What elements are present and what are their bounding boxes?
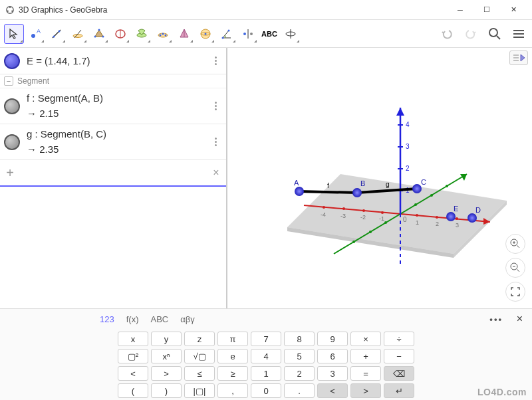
key-dot[interactable]: . — [284, 383, 315, 398]
row-menu-icon[interactable] — [209, 56, 222, 65]
polygon-tool[interactable] — [89, 24, 109, 44]
keyboard-more-button[interactable]: ••• — [489, 314, 503, 324]
segment-f-content: f : Segment(A, B) → 2.15 — [27, 91, 209, 121]
svg-point-14 — [94, 35, 96, 37]
key-z[interactable]: z — [184, 332, 215, 346]
plane-tool[interactable] — [153, 24, 173, 44]
minimize-button[interactable]: ─ — [447, 1, 473, 19]
svg-point-86 — [295, 187, 304, 196]
svg-point-50 — [362, 209, 365, 212]
key-equals[interactable]: = — [350, 366, 381, 381]
key-minus[interactable]: − — [384, 349, 414, 363]
key-5[interactable]: 5 — [284, 349, 315, 363]
key-plus[interactable]: + — [350, 349, 381, 363]
key-6[interactable]: 6 — [317, 349, 348, 363]
key-abs[interactable]: |▢| — [184, 383, 215, 398]
visibility-toggle[interactable] — [4, 98, 20, 114]
fullscreen-button[interactable] — [505, 282, 525, 302]
rotate-view-tool[interactable] — [281, 24, 301, 44]
algebra-input-row[interactable]: + × — [0, 160, 226, 187]
key-8[interactable]: 8 — [284, 332, 315, 346]
key-enter[interactable]: ↵ — [384, 383, 414, 398]
text-tool[interactable]: ABC — [259, 24, 279, 44]
close-window-button[interactable]: ✕ — [500, 1, 527, 19]
key-sqrt[interactable]: √▢ — [184, 349, 215, 363]
svg-point-69 — [446, 185, 448, 187]
zoom-in-button[interactable] — [505, 234, 525, 254]
tab-123[interactable]: 123 — [100, 314, 114, 324]
key-0[interactable]: 0 — [251, 383, 281, 398]
key-3[interactable]: 3 — [317, 366, 348, 381]
add-icon[interactable]: + — [0, 165, 20, 181]
algebra-row-segment-f[interactable]: f : Segment(A, B) → 2.15 — [0, 88, 226, 124]
key-le[interactable]: ≤ — [184, 366, 215, 381]
key-left[interactable]: < — [317, 383, 348, 398]
svg-line-35 — [497, 36, 500, 39]
point-tool[interactable]: A — [25, 24, 45, 44]
key-pi[interactable]: π — [217, 332, 248, 346]
svg-text:2: 2 — [406, 165, 410, 172]
3d-graphics-view[interactable]: -4 -3 -2 -1 1 2 3 1 2 3 4 0 f g — [227, 48, 532, 308]
svg-point-88 — [352, 188, 362, 197]
main-area: E = (1.44, 1.7) − Segment f : Segment(A,… — [0, 48, 532, 308]
angle-tool[interactable] — [217, 24, 237, 44]
clear-input-icon[interactable]: × — [206, 167, 226, 179]
sphere-tool[interactable] — [196, 24, 215, 44]
maximize-button[interactable]: ☐ — [473, 1, 500, 19]
pyramid-tool[interactable] — [174, 24, 194, 44]
svg-line-101 — [517, 269, 519, 272]
tab-greek[interactable]: αβγ — [180, 314, 195, 324]
row-menu-icon[interactable] — [209, 138, 222, 146]
key-right[interactable]: > — [350, 383, 381, 398]
visibility-toggle[interactable] — [4, 134, 20, 150]
key-ge[interactable]: ≥ — [217, 366, 248, 381]
keyboard-close-button[interactable]: × — [517, 313, 523, 325]
key-2[interactable]: 2 — [284, 366, 315, 381]
zoom-out-button[interactable] — [505, 258, 525, 278]
search-button[interactable] — [485, 25, 504, 43]
algebra-row-point[interactable]: E = (1.44, 1.7) — [0, 48, 226, 74]
svg-text:-2: -2 — [360, 214, 366, 221]
svg-point-2 — [11, 10, 13, 12]
move-tool[interactable] — [4, 24, 24, 44]
redo-button[interactable] — [462, 25, 480, 43]
key-7[interactable]: 7 — [251, 332, 281, 346]
svg-text:A: A — [294, 179, 299, 187]
perpendicular-tool[interactable] — [68, 24, 88, 44]
algebra-row-segment-g[interactable]: g : Segment(B, C) → 2.35 — [0, 124, 226, 160]
key-e[interactable]: e — [217, 349, 248, 363]
key-rparen[interactable]: ) — [151, 383, 182, 398]
key-x[interactable]: x — [118, 332, 148, 346]
key-lt[interactable]: < — [118, 366, 148, 381]
menu-button[interactable] — [509, 25, 528, 43]
collapse-icon[interactable]: − — [4, 76, 13, 86]
key-multiply[interactable]: × — [350, 332, 381, 346]
tab-fx[interactable]: f(x) — [126, 314, 139, 324]
3d-scene[interactable]: -4 -3 -2 -1 1 2 3 1 2 3 4 0 f g — [227, 48, 531, 307]
line-tool[interactable] — [47, 24, 66, 44]
svg-text:2: 2 — [436, 221, 439, 227]
circle-tool[interactable] — [110, 24, 130, 44]
visibility-toggle[interactable] — [4, 53, 20, 69]
svg-text:A: A — [37, 28, 41, 35]
reflect-tool[interactable] — [238, 24, 258, 44]
key-y[interactable]: y — [151, 332, 182, 346]
key-lparen[interactable]: ( — [118, 383, 148, 398]
tab-abc[interactable]: ABC — [150, 314, 168, 324]
undo-button[interactable] — [438, 25, 456, 43]
key-power[interactable]: xⁿ — [151, 349, 182, 363]
section-header-segment[interactable]: − Segment — [0, 74, 226, 88]
intersect-tool[interactable] — [132, 24, 152, 44]
key-divide[interactable]: ÷ — [384, 332, 414, 346]
key-4[interactable]: 4 — [251, 349, 281, 363]
key-1[interactable]: 1 — [251, 366, 281, 381]
key-9[interactable]: 9 — [317, 332, 348, 346]
key-backspace[interactable]: ⌫ — [384, 366, 414, 381]
svg-text:3: 3 — [456, 222, 459, 229]
row-menu-icon[interactable] — [209, 102, 222, 110]
key-gt[interactable]: > — [151, 366, 182, 381]
svg-text:-3: -3 — [340, 213, 346, 219]
key-square[interactable]: ▢² — [118, 349, 148, 363]
key-comma[interactable]: , — [217, 383, 248, 398]
svg-point-66 — [384, 221, 387, 224]
